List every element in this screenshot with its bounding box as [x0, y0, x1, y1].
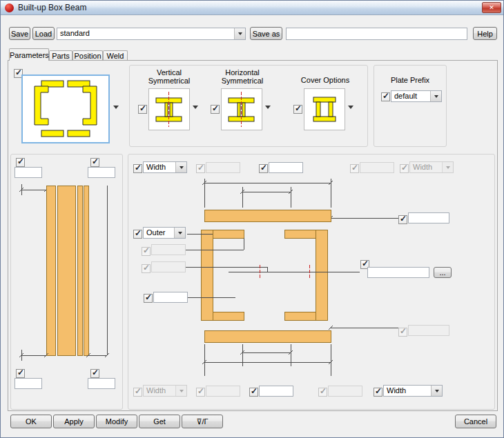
cancel-button[interactable]: Cancel [455, 415, 496, 428]
chevron-down-icon [442, 162, 453, 172]
section-right-bottom-field [408, 325, 449, 336]
section-bottom-field1-checkbox [196, 388, 205, 397]
save-button[interactable]: Save [9, 27, 30, 40]
section-top-width-combo[interactable]: Width [143, 161, 187, 173]
main-profile-preview[interactable] [21, 74, 110, 143]
chevron-down-icon [175, 162, 186, 172]
vertical-symmetrical-label: Vertical Symmetrical [147, 68, 191, 85]
tab-weld[interactable]: Weld [103, 50, 128, 60]
chevron-down-icon [234, 28, 245, 39]
chevron-down-icon [430, 91, 441, 101]
section-bottom-width-combo: Width [143, 385, 187, 397]
section-right-top-checkbox[interactable] [398, 215, 407, 224]
plate-prefix-label: Plate Prefix [381, 76, 439, 84]
box-section-drawing [132, 175, 491, 381]
section-right-middle-field[interactable] [367, 267, 429, 278]
titlebar[interactable]: Built-up Box Beam ✕ [1, 1, 503, 15]
section-top-field2-checkbox[interactable] [259, 164, 268, 173]
profile-combo-value: standard [57, 28, 234, 39]
plate-prefix-combo[interactable]: default [391, 90, 442, 102]
cover-options-dropdown-arrow[interactable] [348, 106, 353, 109]
box-profile-thumbnail [23, 76, 108, 142]
tab-position[interactable]: Position [72, 50, 103, 60]
cover-options-label: Cover Options [293, 76, 357, 84]
get-button[interactable]: Get [139, 415, 180, 428]
elevation-bottom-right-checkbox[interactable] [90, 369, 99, 378]
modify-button[interactable]: Modify [96, 415, 137, 428]
help-button[interactable]: Help [473, 27, 497, 40]
section-top-field1-checkbox [196, 164, 205, 173]
elevation-bottom-right-field[interactable] [88, 378, 115, 389]
section-bottom-width-right-checkbox[interactable] [374, 388, 382, 397]
elevation-bottom-left-checkbox[interactable] [16, 369, 25, 378]
save-as-button[interactable]: Save as [250, 27, 282, 40]
close-icon: ✕ [489, 4, 494, 11]
section-left-field1-checkbox [142, 247, 151, 256]
plate-prefix-checkbox[interactable] [381, 92, 390, 101]
app-icon [5, 3, 14, 12]
cover-options-preview[interactable] [304, 88, 345, 130]
horizontal-symmetrical-checkbox[interactable] [211, 105, 220, 114]
section-bottom-field3-checkbox [318, 388, 327, 397]
section-bottom-field2[interactable] [259, 386, 293, 397]
section-left-field3[interactable] [153, 292, 188, 303]
section-left-field1 [151, 244, 186, 255]
elevation-top-left-checkbox[interactable] [16, 158, 25, 167]
vertical-symmetrical-checkbox[interactable] [138, 105, 147, 114]
close-button[interactable]: ✕ [482, 2, 501, 13]
ok-button[interactable]: OK [10, 415, 52, 428]
profile-combo[interactable]: standard [57, 28, 246, 40]
vertical-symmetrical-dropdown-arrow[interactable] [193, 106, 198, 109]
section-right-top-field[interactable] [408, 212, 449, 223]
section-top-field1 [206, 162, 240, 173]
chevron-down-icon [174, 228, 185, 238]
save-as-input[interactable] [286, 28, 467, 40]
vertical-symmetry-thumbnail [149, 89, 189, 130]
section-top-field3 [360, 162, 394, 173]
section-bottom-field3 [328, 386, 362, 397]
cover-options-thumbnail [304, 89, 345, 130]
elevation-top-left-field[interactable] [14, 167, 42, 178]
browse-button[interactable]: ... [434, 267, 452, 278]
section-top-width-right-combo: Width [409, 161, 454, 173]
cover-options-checkbox[interactable] [293, 105, 302, 114]
section-bottom-field2-checkbox[interactable] [249, 388, 258, 397]
beam-elevation-drawing [14, 181, 113, 366]
section-top-field3-checkbox [350, 164, 359, 173]
tab-parts[interactable]: Parts [49, 50, 72, 60]
chevron-down-icon [431, 386, 442, 396]
horizontal-symmetrical-dropdown-arrow[interactable] [265, 106, 271, 109]
chevron-down-icon [175, 386, 186, 396]
section-left-field3-checkbox[interactable] [144, 294, 153, 303]
outer-checkbox[interactable] [133, 230, 142, 239]
section-bottom-width-checkbox [133, 388, 142, 397]
apply-button[interactable]: Apply [53, 415, 95, 428]
load-button[interactable]: Load [32, 27, 55, 40]
section-right-bottom-checkbox [398, 328, 407, 337]
toggle-checkboxes-icon: ⊽/Γ [196, 417, 208, 426]
main-profile-dropdown-arrow[interactable] [113, 106, 119, 109]
elevation-bottom-left-field[interactable] [14, 378, 42, 389]
horizontal-symmetrical-preview[interactable] [221, 88, 262, 130]
section-top-width-checkbox[interactable] [133, 164, 142, 173]
tab-parameters[interactable]: Parameters [9, 48, 49, 61]
vertical-symmetrical-preview[interactable] [148, 88, 190, 130]
section-left-field2-checkbox [142, 264, 151, 273]
toggle-checkboxes-button[interactable]: ⊽/Γ [182, 415, 223, 428]
built-up-box-beam-dialog: Built-up Box Beam ✕ Save Load standard S… [0, 0, 504, 438]
section-top-width-right-checkbox [400, 164, 409, 173]
section-bottom-field1 [206, 386, 240, 397]
horizontal-symmetry-thumbnail [222, 89, 262, 130]
section-left-field2 [151, 261, 186, 272]
window-title: Built-up Box Beam [18, 3, 86, 12]
section-top-field2[interactable] [269, 162, 303, 173]
section-bottom-width-right-combo[interactable]: Width [383, 385, 443, 397]
elevation-top-right-field[interactable] [88, 167, 115, 178]
elevation-top-right-checkbox[interactable] [90, 158, 99, 167]
horizontal-symmetrical-label: Horizontal Symmetrical [220, 68, 264, 85]
outer-combo[interactable]: Outer [143, 227, 186, 239]
